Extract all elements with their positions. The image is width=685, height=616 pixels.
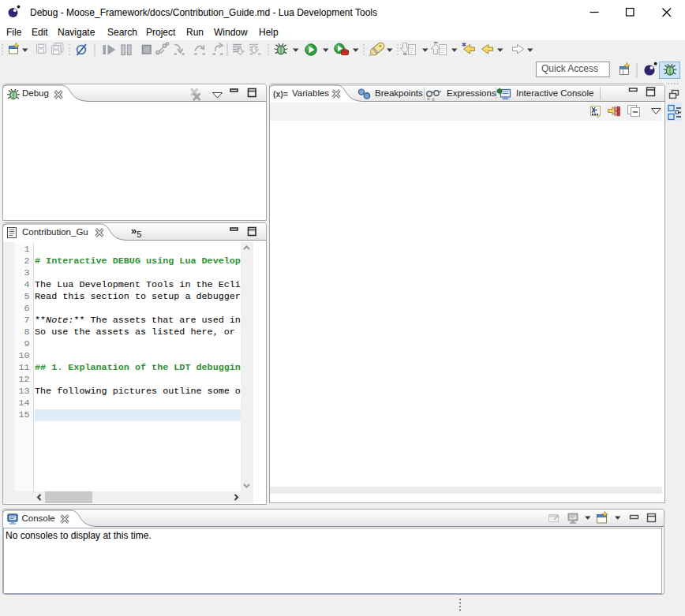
svg-text:(x)=: (x)= — [273, 89, 288, 99]
